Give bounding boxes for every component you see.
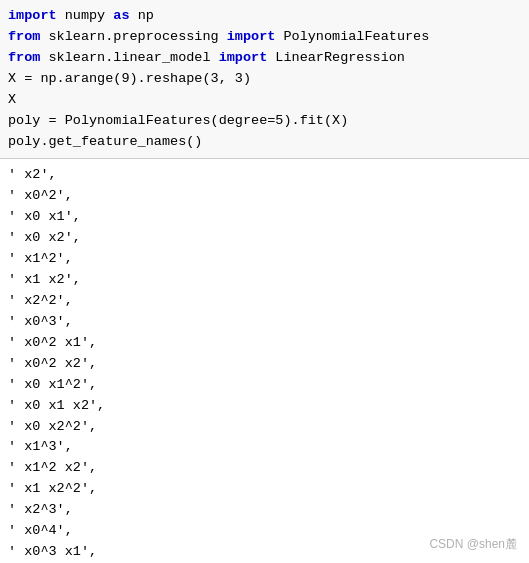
output-line: ' x0 x1', xyxy=(8,207,521,228)
code-text: numpy xyxy=(57,8,114,23)
output-line: ' x1^2', xyxy=(8,249,521,270)
output-line: ' x0 x1 x2', xyxy=(8,396,521,417)
output-line: ' x0^2 x1', xyxy=(8,333,521,354)
output-block: ' x2',' x0^2',' x0 x1',' x0 x2',' x1^2',… xyxy=(0,158,529,563)
keyword: import xyxy=(219,50,268,65)
code-text: np xyxy=(130,8,154,23)
output-line: ' x0 x2^2', xyxy=(8,417,521,438)
output-line: ' x1 x2', xyxy=(8,270,521,291)
code-line: from sklearn.preprocessing import Polyno… xyxy=(8,27,521,48)
output-line: ' x0 x1^2', xyxy=(8,375,521,396)
code-line: import numpy as np xyxy=(8,6,521,27)
code-line: poly = PolynomialFeatures(degree=5).fit(… xyxy=(8,111,521,132)
code-text: LinearRegression xyxy=(267,50,405,65)
output-line: ' x0^3', xyxy=(8,312,521,333)
output-line: ' x1^2 x2', xyxy=(8,458,521,479)
output-line: ' x2', xyxy=(8,165,521,186)
output-line: ' x0 x2', xyxy=(8,228,521,249)
keyword: import xyxy=(8,8,57,23)
output-line: ' x1 x2^2', xyxy=(8,479,521,500)
keyword: as xyxy=(113,8,129,23)
watermark: CSDN @shen麓 xyxy=(429,536,517,553)
output-line: ' x1^3', xyxy=(8,437,521,458)
keyword: from xyxy=(8,50,40,65)
code-text: sklearn.linear_model xyxy=(40,50,218,65)
code-text: poly = PolynomialFeatures(degree=5).fit(… xyxy=(8,113,348,128)
code-line: X xyxy=(8,90,521,111)
output-line: ' x0^2', xyxy=(8,186,521,207)
code-line: from sklearn.linear_model import LinearR… xyxy=(8,48,521,69)
output-line: ' x2^2', xyxy=(8,291,521,312)
code-text: X xyxy=(8,92,16,107)
code-text: poly.get_feature_names() xyxy=(8,134,202,149)
code-block: import numpy as npfrom sklearn.preproces… xyxy=(0,0,529,158)
code-line: X = np.arange(9).reshape(3, 3) xyxy=(8,69,521,90)
output-line: ' x2^3', xyxy=(8,500,521,521)
code-line: poly.get_feature_names() xyxy=(8,132,521,153)
code-text: PolynomialFeatures xyxy=(275,29,429,44)
output-line: ' x0^2 x2', xyxy=(8,354,521,375)
code-text: X = np.arange(9).reshape(3, 3) xyxy=(8,71,251,86)
keyword: import xyxy=(227,29,276,44)
code-text: sklearn.preprocessing xyxy=(40,29,226,44)
keyword: from xyxy=(8,29,40,44)
